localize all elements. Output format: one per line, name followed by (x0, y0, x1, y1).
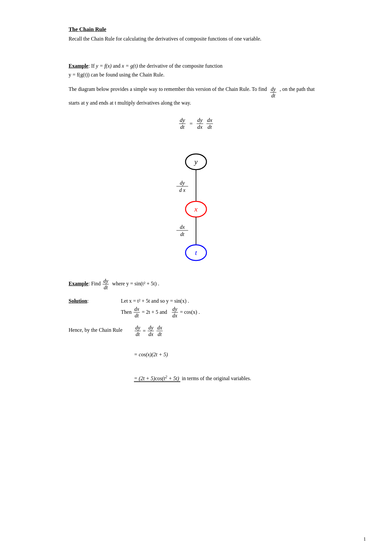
hence-left-text: Hence, by the Chain Rule (69, 325, 134, 334)
example1-block: Example: If y = f(x) and x = g(t) the de… (69, 61, 323, 79)
page-number: 1 (364, 536, 366, 542)
example2-condition: where y = sin(t² + 5t) . (111, 281, 159, 286)
svg-text:t: t (195, 248, 197, 257)
hence-step2: = cos(x)(2t + 5) (134, 349, 323, 360)
example1-label: Example: If y = f(x) and x = g(t) the de… (69, 63, 222, 69)
diagram-find-fraction: dy dt (270, 86, 276, 99)
diagram-intro: The diagram below provides a simple way … (69, 85, 323, 107)
solution-line1: Let x = t² + 5t and so y = sin(x) . (121, 296, 323, 306)
solution-label-cell: Solution: (69, 296, 121, 319)
chain-diagram-svg: y dy d x x dx dt t (147, 141, 245, 265)
hence-step3: = (2t + 5)cos(t2 + 5t) in terms of the o… (134, 373, 323, 384)
hence-step3-text: = (2t + 5)cos(t2 + 5t) (134, 376, 180, 382)
example1-text3: the derivative of the composite function (138, 63, 222, 69)
hence-right-content: dy dt = dy dx dx dt = cos(x)(2t + 5) (134, 325, 323, 385)
svg-text:y: y (194, 158, 198, 166)
example2-fraction: dy dt (103, 278, 109, 291)
svg-text:dx: dx (180, 224, 185, 230)
example2-text: : Find (88, 281, 101, 286)
hence-step1: dy dt = dy dx dx dt (134, 325, 323, 337)
example1-line2: y = f(g(t)) can be found using the Chain… (69, 72, 164, 77)
svg-text:d x: d x (179, 187, 185, 193)
solution-label: Solution (69, 298, 87, 304)
solution-grid: Solution: Let x = t² + 5t and so y = sin… (69, 296, 323, 319)
formula-rhs2: dx dt (206, 117, 213, 131)
sol-dx-fraction: dx dt (134, 306, 140, 319)
hence-step3-suffix: in terms of the original variables. (180, 376, 251, 381)
hence-rhs1: dy dx (148, 325, 154, 337)
example1-eq2: x = g(t) (122, 63, 138, 69)
sol-dy-fraction: dy dx (172, 306, 178, 319)
example1-keyword: Example (69, 63, 88, 69)
formula-rhs1: dy dx (197, 117, 203, 131)
formula-lhs: dy dt (179, 117, 186, 131)
example1-eq1: y = f(x) (96, 63, 112, 69)
hence-grid: Hence, by the Chain Rule dy dt = dy dx d… (69, 325, 323, 385)
solution-content: Let x = t² + 5t and so y = sin(x) . Then… (121, 296, 323, 319)
example1-text1: : If (88, 63, 96, 69)
svg-text:dt: dt (180, 231, 185, 237)
chain-formula: dy dt = dy dx dx dt (178, 117, 214, 131)
hence-block: Hence, by the Chain Rule dy dt = dy dx d… (69, 325, 323, 385)
svg-text:dy: dy (180, 180, 185, 186)
solution-line2: Then dx dt = 2t + 5 and dy dx = cos(x) . (121, 306, 323, 319)
svg-text:x: x (194, 205, 198, 213)
solution-block: Solution: Let x = t² + 5t and so y = sin… (69, 296, 323, 319)
hence-lhs: dy dt (135, 325, 141, 337)
intro-text: Recall the Chain Rule for calculating th… (69, 35, 323, 43)
example2-keyword: Example (69, 281, 88, 286)
example2-block: Example: Find dy dt where y = sin(t² + 5… (69, 278, 323, 291)
page-title: The Chain Rule (69, 26, 323, 33)
hence-rhs2: dx dt (156, 325, 163, 337)
diagram-container: dy dt = dy dx dx dt y dy d x (69, 117, 323, 265)
example1-text2: and (112, 63, 122, 69)
